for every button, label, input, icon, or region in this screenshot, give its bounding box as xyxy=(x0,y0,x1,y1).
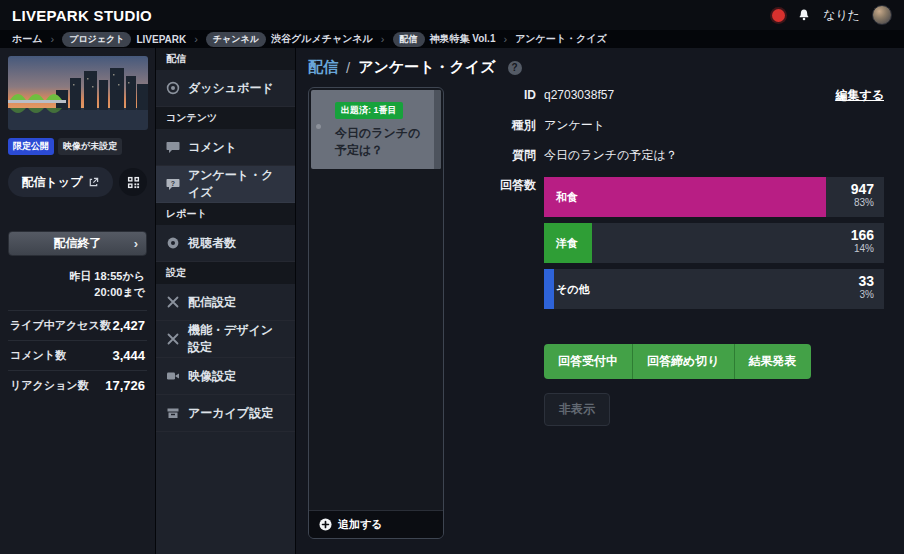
nav-item-label: コメント xyxy=(188,139,237,156)
scrollbar[interactable] xyxy=(434,90,441,169)
nav-item-label: 機能・デザイン設定 xyxy=(188,322,285,356)
announce-results-button[interactable]: 結果発表 xyxy=(735,344,811,379)
nav-item-label: アンケート・クイズ xyxy=(188,167,285,201)
nav-item-video-settings[interactable]: 映像設定 xyxy=(156,358,295,395)
top-bar: LIVEPARK STUDIO なりた xyxy=(0,0,904,30)
viewers-icon xyxy=(166,236,180,250)
add-question-label: 追加する xyxy=(338,517,383,532)
question-card-text: 今日のランチの予定は？ xyxy=(325,125,425,159)
detail-id-value: q2703038f57 xyxy=(544,87,614,104)
chevron-right-icon: › xyxy=(50,33,54,45)
title-section-link[interactable]: 配信 xyxy=(308,58,338,77)
stream-schedule: 昨日 18:55から 20:00まで xyxy=(8,268,145,300)
stat-value: 17,726 xyxy=(105,378,145,393)
accepting-answers-button[interactable]: 回答受付中 xyxy=(544,344,633,379)
nav-item-label: 配信設定 xyxy=(188,294,236,311)
detail-row-question: 質問 今日のランチの予定は？ xyxy=(500,147,884,164)
answer-value: 33 3% xyxy=(858,273,874,301)
nav-item-comments[interactable]: コメント xyxy=(156,129,295,166)
visibility-badge: 限定公開 xyxy=(8,138,54,155)
detail-row-id: ID q2703038f57 編集する xyxy=(500,87,884,104)
answer-percent: 83% xyxy=(851,197,874,209)
stat-live-access: ライブ中アクセス数 2,427 xyxy=(8,310,147,340)
nav-item-archive-settings[interactable]: アーカイブ設定 xyxy=(156,395,295,432)
breadcrumb-home[interactable]: ホーム xyxy=(12,32,42,46)
edit-link[interactable]: 編集する xyxy=(835,87,884,104)
breadcrumb-channel-label: 渋谷グルメチャンネル xyxy=(271,32,373,46)
breadcrumb-channel[interactable]: チャンネル 渋谷グルメチャンネル xyxy=(206,32,373,47)
answer-label: その他 xyxy=(556,282,590,297)
project-badge: プロジェクト xyxy=(62,32,131,47)
camera-icon xyxy=(166,369,180,383)
answer-bar-washoku: 和食 947 83% xyxy=(544,177,884,217)
question-status-badge: 出題済: 1番目 xyxy=(335,102,403,119)
bar-fill xyxy=(544,269,554,309)
topbar-right: なりた xyxy=(772,5,892,25)
gauge-icon xyxy=(166,81,180,95)
stat-value: 2,427 xyxy=(112,318,145,333)
schedule-start: 昨日 18:55から xyxy=(8,268,145,284)
detail-label: 回答数 xyxy=(500,177,536,194)
drag-handle-icon[interactable] xyxy=(316,124,321,129)
nav-item-label: 視聴者数 xyxy=(188,235,236,252)
survey-icon: ? xyxy=(166,177,180,191)
detail-label: 質問 xyxy=(500,147,536,164)
svg-text:?: ? xyxy=(171,180,175,187)
breadcrumb-stream[interactable]: 配信 神泉特集 Vol.1 xyxy=(393,32,496,47)
answer-bar-other: その他 33 3% xyxy=(544,269,884,309)
detail-label: ID xyxy=(500,87,536,104)
avatar[interactable] xyxy=(872,5,892,25)
answer-bars: 和食 947 83% 洋食 166 14% xyxy=(544,177,884,309)
breadcrumb-home-label: ホーム xyxy=(12,32,42,46)
help-icon[interactable]: ? xyxy=(508,61,522,75)
nav-section-report: レポート xyxy=(156,203,295,225)
hide-button[interactable]: 非表示 xyxy=(544,393,610,426)
end-stream-button[interactable]: 配信終了 › xyxy=(8,231,147,256)
nav-item-label: 映像設定 xyxy=(188,368,236,385)
question-list-panel: 出題済: 1番目 今日のランチの予定は？ 追加する xyxy=(308,87,444,539)
answer-count: 33 xyxy=(858,273,874,289)
add-question-button[interactable]: 追加する xyxy=(309,510,443,538)
detail-label: 種別 xyxy=(500,117,536,134)
breadcrumb: ホーム › プロジェクト LIVEPARK › チャンネル 渋谷グルメチャンネル… xyxy=(0,30,904,48)
nav-item-feature-design-settings[interactable]: 機能・デザイン設定 xyxy=(156,321,295,358)
detail-type-value: アンケート xyxy=(544,117,605,134)
stream-info-panel: 限定公開 映像が未設定 配信トップ xyxy=(0,48,156,554)
nav-item-viewers[interactable]: 視聴者数 xyxy=(156,225,295,262)
end-stream-label: 配信終了 xyxy=(54,235,102,252)
detail-row-type: 種別 アンケート xyxy=(500,117,884,134)
nav-item-stream-settings[interactable]: 配信設定 xyxy=(156,284,295,321)
qr-code-button[interactable] xyxy=(119,168,147,196)
nav-item-label: アーカイブ設定 xyxy=(188,405,273,422)
plus-circle-icon xyxy=(319,518,332,531)
schedule-end: 20:00まで xyxy=(8,284,145,300)
page-title: 配信 / アンケート・クイズ ? xyxy=(308,58,892,77)
answer-label: 洋食 xyxy=(556,236,578,251)
stat-value: 3,444 xyxy=(112,348,145,363)
stream-thumbnail[interactable] xyxy=(8,56,148,130)
chevron-right-icon: › xyxy=(194,33,198,45)
user-name[interactable]: なりた xyxy=(823,7,860,24)
close-answers-button[interactable]: 回答締め切り xyxy=(633,344,735,379)
breadcrumb-current: アンケート・クイズ xyxy=(515,32,607,46)
stat-label: リアクション数 xyxy=(10,378,89,393)
nav-section-stream: 配信 xyxy=(156,48,295,70)
nav-item-dashboard[interactable]: ダッシュボード xyxy=(156,70,295,107)
answer-count: 166 xyxy=(851,227,874,243)
answer-value: 947 83% xyxy=(851,181,874,209)
external-link-icon xyxy=(88,177,99,188)
nav-item-label: ダッシュボード xyxy=(188,80,274,97)
title-separator: / xyxy=(346,59,350,76)
answer-value: 166 14% xyxy=(851,227,874,255)
detail-question-value: 今日のランチの予定は？ xyxy=(544,147,678,164)
breadcrumb-project[interactable]: プロジェクト LIVEPARK xyxy=(62,32,186,47)
answer-count: 947 xyxy=(851,181,874,197)
bell-icon[interactable] xyxy=(797,8,811,22)
breadcrumb-current-label: アンケート・クイズ xyxy=(515,32,607,46)
stream-top-button[interactable]: 配信トップ xyxy=(8,167,113,197)
nav-item-survey-quiz[interactable]: ? アンケート・クイズ xyxy=(156,166,295,203)
archive-icon xyxy=(166,406,180,420)
breadcrumb-stream-label: 神泉特集 Vol.1 xyxy=(430,32,496,46)
stream-badges: 限定公開 映像が未設定 xyxy=(8,138,147,155)
question-card-selected[interactable]: 出題済: 1番目 今日のランチの予定は？ xyxy=(311,90,441,169)
